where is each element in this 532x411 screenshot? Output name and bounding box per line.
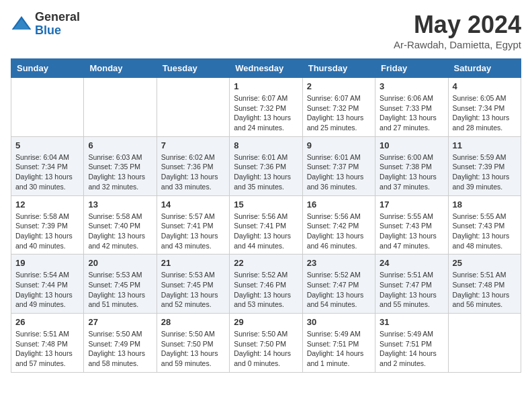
day-number: 10: [380, 140, 443, 150]
day-number: 31: [380, 317, 443, 327]
logo-general: General: [35, 11, 80, 24]
day-number: 13: [88, 199, 152, 210]
day-info: Sunrise: 5:56 AMSunset: 7:42 PMDaylight:…: [307, 212, 371, 251]
title-section: May 2024 Ar-Rawdah, Damietta, Egypt: [394, 11, 521, 50]
day-cell: 17Sunrise: 5:55 AMSunset: 7:43 PMDayligh…: [375, 195, 448, 255]
day-number: 15: [234, 199, 298, 210]
day-number: 18: [453, 199, 517, 210]
day-info: Sunrise: 6:06 AMSunset: 7:33 PMDaylight:…: [380, 93, 443, 133]
day-cell: 23Sunrise: 5:52 AMSunset: 7:47 PMDayligh…: [302, 255, 375, 314]
page-header: General Blue May 2024 Ar-Rawdah, Damiett…: [11, 11, 521, 50]
day-info: Sunrise: 6:04 AMSunset: 7:34 PMDaylight:…: [15, 152, 79, 192]
weekday-header-saturday: Saturday: [448, 59, 521, 78]
day-number: 30: [307, 317, 371, 327]
day-info: Sunrise: 6:01 AMSunset: 7:36 PMDaylight:…: [234, 152, 298, 192]
day-info: Sunrise: 5:58 AMSunset: 7:39 PMDaylight:…: [15, 212, 79, 251]
day-info: Sunrise: 5:51 AMSunset: 7:47 PMDaylight:…: [380, 270, 443, 310]
day-number: 26: [15, 317, 79, 327]
day-info: Sunrise: 5:50 AMSunset: 7:50 PMDaylight:…: [234, 329, 298, 369]
day-number: 17: [380, 199, 443, 210]
day-cell: 10Sunrise: 6:00 AMSunset: 7:38 PMDayligh…: [375, 136, 448, 195]
day-info: Sunrise: 5:51 AMSunset: 7:48 PMDaylight:…: [453, 270, 517, 310]
day-cell: 11Sunrise: 5:59 AMSunset: 7:39 PMDayligh…: [448, 136, 521, 195]
day-cell: 22Sunrise: 5:52 AMSunset: 7:46 PMDayligh…: [230, 255, 302, 314]
day-cell: 18Sunrise: 5:55 AMSunset: 7:43 PMDayligh…: [448, 195, 521, 255]
day-cell: 9Sunrise: 6:01 AMSunset: 7:37 PMDaylight…: [302, 136, 375, 195]
location: Ar-Rawdah, Damietta, Egypt: [394, 39, 521, 50]
day-number: 20: [88, 258, 152, 268]
day-number: 22: [234, 258, 298, 268]
day-info: Sunrise: 5:58 AMSunset: 7:40 PMDaylight:…: [88, 212, 152, 251]
day-number: 7: [161, 140, 225, 150]
logo-blue: Blue: [35, 24, 80, 38]
day-info: Sunrise: 6:05 AMSunset: 7:34 PMDaylight:…: [453, 93, 517, 133]
day-info: Sunrise: 5:49 AMSunset: 7:51 PMDaylight:…: [307, 329, 371, 369]
day-number: 28: [161, 317, 225, 327]
day-number: 12: [15, 199, 79, 210]
day-info: Sunrise: 5:50 AMSunset: 7:49 PMDaylight:…: [88, 329, 152, 369]
day-cell: [448, 314, 521, 373]
day-info: Sunrise: 6:07 AMSunset: 7:32 PMDaylight:…: [307, 93, 371, 133]
weekday-header-row: SundayMondayTuesdayWednesdayThursdayFrid…: [11, 59, 521, 78]
day-cell: 19Sunrise: 5:54 AMSunset: 7:44 PMDayligh…: [11, 255, 84, 314]
day-number: 29: [234, 317, 298, 327]
day-info: Sunrise: 5:49 AMSunset: 7:51 PMDaylight:…: [380, 329, 443, 369]
week-row-3: 12Sunrise: 5:58 AMSunset: 7:39 PMDayligh…: [11, 195, 521, 255]
day-cell: 26Sunrise: 5:51 AMSunset: 7:48 PMDayligh…: [11, 314, 84, 373]
day-cell: 13Sunrise: 5:58 AMSunset: 7:40 PMDayligh…: [84, 195, 157, 255]
day-cell: 20Sunrise: 5:53 AMSunset: 7:45 PMDayligh…: [84, 255, 157, 314]
week-row-1: 1Sunrise: 6:07 AMSunset: 7:32 PMDaylight…: [11, 78, 521, 137]
logo-text: General Blue: [35, 11, 80, 38]
day-number: 25: [453, 258, 517, 268]
day-cell: 25Sunrise: 5:51 AMSunset: 7:48 PMDayligh…: [448, 255, 521, 314]
day-cell: 29Sunrise: 5:50 AMSunset: 7:50 PMDayligh…: [230, 314, 302, 373]
day-number: 27: [88, 317, 152, 327]
day-cell: 4Sunrise: 6:05 AMSunset: 7:34 PMDaylight…: [448, 78, 521, 137]
logo: General Blue: [11, 11, 80, 38]
day-info: Sunrise: 6:02 AMSunset: 7:36 PMDaylight:…: [161, 152, 225, 192]
day-number: 24: [380, 258, 443, 268]
day-cell: 5Sunrise: 6:04 AMSunset: 7:34 PMDaylight…: [11, 136, 84, 195]
day-number: 23: [307, 258, 371, 268]
day-info: Sunrise: 6:00 AMSunset: 7:38 PMDaylight:…: [380, 152, 443, 192]
day-cell: 24Sunrise: 5:51 AMSunset: 7:47 PMDayligh…: [375, 255, 448, 314]
day-info: Sunrise: 6:07 AMSunset: 7:32 PMDaylight:…: [234, 93, 298, 133]
day-info: Sunrise: 6:03 AMSunset: 7:35 PMDaylight:…: [88, 152, 152, 192]
day-cell: 30Sunrise: 5:49 AMSunset: 7:51 PMDayligh…: [302, 314, 375, 373]
day-info: Sunrise: 6:01 AMSunset: 7:37 PMDaylight:…: [307, 152, 371, 192]
day-cell: 8Sunrise: 6:01 AMSunset: 7:36 PMDaylight…: [230, 136, 302, 195]
day-number: 11: [453, 140, 517, 150]
day-cell: 12Sunrise: 5:58 AMSunset: 7:39 PMDayligh…: [11, 195, 84, 255]
day-cell: [11, 78, 84, 137]
day-cell: 21Sunrise: 5:53 AMSunset: 7:45 PMDayligh…: [157, 255, 229, 314]
day-info: Sunrise: 5:52 AMSunset: 7:46 PMDaylight:…: [234, 270, 298, 310]
day-cell: 1Sunrise: 6:07 AMSunset: 7:32 PMDaylight…: [230, 78, 302, 137]
day-number: 21: [161, 258, 225, 268]
day-cell: [84, 78, 157, 137]
calendar: SundayMondayTuesdayWednesdayThursdayFrid…: [11, 58, 521, 373]
day-cell: [157, 78, 229, 137]
day-number: 3: [380, 81, 443, 91]
month-title: May 2024: [394, 11, 521, 39]
day-number: 8: [234, 140, 298, 150]
day-number: 5: [15, 140, 79, 150]
day-cell: 7Sunrise: 6:02 AMSunset: 7:36 PMDaylight…: [157, 136, 229, 195]
weekday-header-tuesday: Tuesday: [157, 59, 229, 78]
day-info: Sunrise: 5:54 AMSunset: 7:44 PMDaylight:…: [15, 270, 79, 310]
day-cell: 31Sunrise: 5:49 AMSunset: 7:51 PMDayligh…: [375, 314, 448, 373]
weekday-header-friday: Friday: [375, 59, 448, 78]
day-number: 14: [161, 199, 225, 210]
day-info: Sunrise: 5:50 AMSunset: 7:50 PMDaylight:…: [161, 329, 225, 369]
weekday-header-wednesday: Wednesday: [230, 59, 302, 78]
day-info: Sunrise: 5:53 AMSunset: 7:45 PMDaylight:…: [161, 270, 225, 310]
week-row-4: 19Sunrise: 5:54 AMSunset: 7:44 PMDayligh…: [11, 255, 521, 314]
day-cell: 16Sunrise: 5:56 AMSunset: 7:42 PMDayligh…: [302, 195, 375, 255]
weekday-header-thursday: Thursday: [302, 59, 375, 78]
day-number: 19: [15, 258, 79, 268]
day-cell: 2Sunrise: 6:07 AMSunset: 7:32 PMDaylight…: [302, 78, 375, 137]
day-number: 16: [307, 199, 371, 210]
day-cell: 15Sunrise: 5:56 AMSunset: 7:41 PMDayligh…: [230, 195, 302, 255]
day-info: Sunrise: 5:56 AMSunset: 7:41 PMDaylight:…: [234, 212, 298, 251]
day-number: 9: [307, 140, 371, 150]
day-info: Sunrise: 5:52 AMSunset: 7:47 PMDaylight:…: [307, 270, 371, 310]
